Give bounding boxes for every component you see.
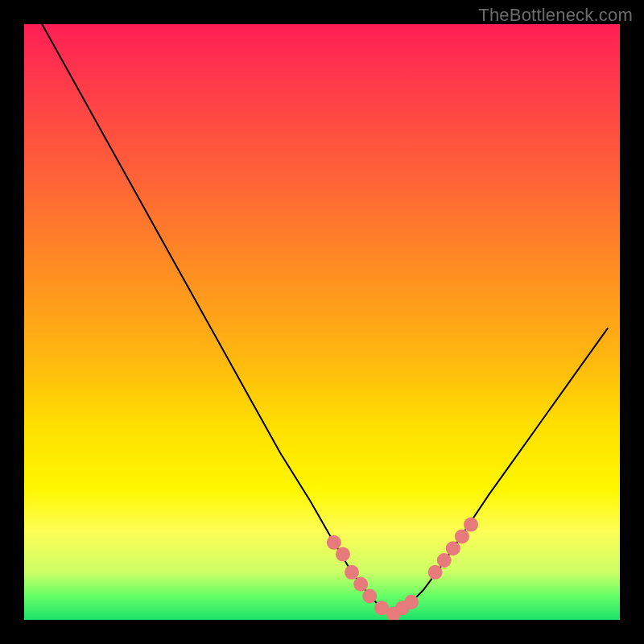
chart-frame: TheBottleneck.com bbox=[0, 0, 644, 644]
highlight-marker bbox=[327, 535, 341, 550]
highlight-marker bbox=[446, 541, 460, 555]
highlight-marker bbox=[336, 547, 350, 562]
highlight-markers bbox=[327, 518, 478, 620]
bottleneck-curve-line bbox=[42, 24, 608, 614]
watermark-text: TheBottleneck.com bbox=[478, 5, 633, 26]
highlight-marker bbox=[428, 565, 443, 580]
highlight-marker bbox=[455, 529, 469, 543]
plot-area bbox=[24, 24, 620, 620]
highlight-marker bbox=[437, 553, 452, 568]
highlight-marker bbox=[353, 577, 368, 592]
highlight-marker bbox=[404, 595, 419, 609]
highlight-marker bbox=[362, 588, 377, 603]
highlight-marker bbox=[345, 565, 359, 580]
chart-svg bbox=[24, 24, 620, 620]
highlight-marker bbox=[464, 518, 478, 532]
